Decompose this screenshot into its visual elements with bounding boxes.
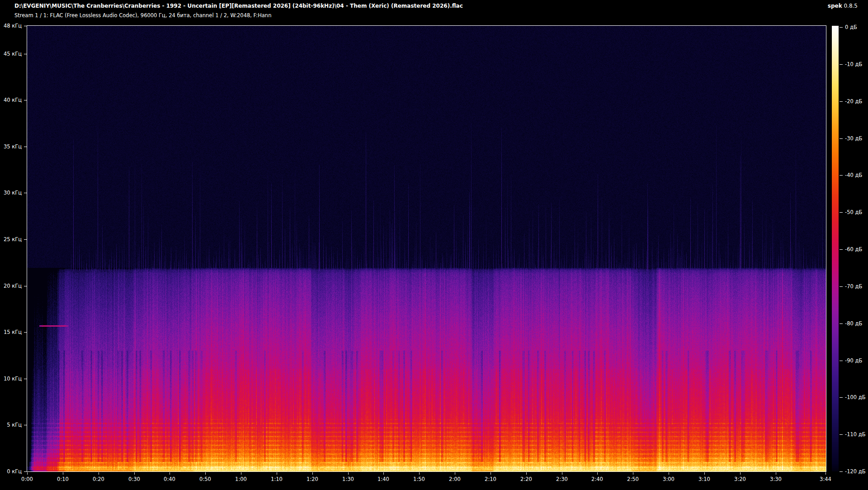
time-tick-label: 3:44 [820,476,831,482]
time-tick-label: 1:00 [235,476,247,482]
time-tick-label: 0:40 [164,476,175,482]
freq-tick-mark [24,239,27,240]
db-tick-mark [840,361,843,361]
time-tick-mark [99,472,99,475]
time-tick-mark [312,472,313,475]
freq-tick-mark [24,471,27,472]
spectrogram-canvas [27,26,826,471]
freq-tick-mark [24,100,27,100]
time-tick-mark [170,472,170,475]
db-tick-mark [840,471,843,472]
db-tick-mark [840,212,843,213]
db-tick-mark [840,249,843,250]
time-tick-mark [419,472,420,475]
time-tick-label: 1:20 [307,476,318,482]
db-tick-mark [840,27,843,28]
time-tick-label: 0:10 [57,476,69,482]
time-tick-mark [383,472,384,475]
time-tick-mark [633,472,633,475]
db-tick-label: -30 дБ [845,135,862,142]
freq-tick-mark [24,147,27,147]
db-tick-mark [840,323,843,324]
freq-tick-label: 40 кГц [0,97,22,103]
time-tick-label: 0:00 [21,476,33,482]
db-tick-mark [840,286,843,287]
freq-tick-label: 15 кГц [0,329,22,335]
time-tick-mark [562,472,562,475]
db-tick-mark [840,64,843,65]
time-tick-label: 2:20 [520,476,532,482]
time-tick-mark [63,472,63,475]
time-tick-mark [597,472,598,475]
time-tick-mark [455,472,455,475]
time-tick-mark [776,472,776,475]
time-tick-label: 2:00 [449,476,461,482]
freq-tick-label: 45 кГц [0,51,22,57]
freq-tick-mark [24,332,27,333]
colorbar-gradient [832,26,839,471]
freq-tick-label: 25 кГц [0,236,22,243]
time-tick-label: 2:50 [627,476,639,482]
time-tick-label: 2:40 [591,476,603,482]
app-version: spek 0.8.5 [828,3,858,9]
time-tick-label: 0:50 [199,476,211,482]
db-tick-label: -50 дБ [845,209,862,215]
time-tick-label: 1:30 [342,476,354,482]
freq-tick-mark [24,379,27,379]
time-tick-mark [241,472,241,475]
freq-tick-mark [24,286,27,286]
freq-tick-mark [24,26,27,26]
time-tick-label: 3:10 [698,476,710,482]
freq-tick-label: 0 кГц [0,468,22,475]
time-tick-label: 1:40 [377,476,389,482]
time-tick-mark [669,472,669,475]
time-tick-label: 3:20 [734,476,746,482]
time-tick-mark [134,472,135,475]
time-tick-mark [491,472,491,475]
time-tick-label: 0:20 [93,476,104,482]
db-tick-label: -60 дБ [845,246,862,252]
time-tick-mark [526,472,527,475]
app-version-number: 0.8.5 [844,3,858,9]
time-tick-mark [704,472,705,475]
spek-window: { "app": { "name": "spek", "version": "0… [0,0,868,490]
db-tick-label: -10 дБ [845,61,862,67]
time-tick-mark [27,472,28,475]
db-tick-mark [840,397,843,398]
db-tick-label: -70 дБ [845,283,862,290]
freq-tick-mark [24,54,27,54]
file-path-title: D:\EVGENIY\MUSIC\The Cranberries\Cranber… [14,3,463,9]
freq-tick-label: 35 кГц [0,143,22,150]
freq-tick-label: 48 кГц [0,23,22,29]
freq-tick-mark [24,425,27,425]
time-tick-label: 0:30 [128,476,140,482]
time-tick-mark [348,472,349,475]
time-tick-label: 3:00 [663,476,675,482]
db-tick-mark [840,101,843,102]
freq-tick-label: 20 кГц [0,283,22,289]
db-tick-label: -20 дБ [845,98,862,105]
time-tick-mark [205,472,206,475]
time-tick-label: 3:30 [770,476,782,482]
freq-tick-label: 5 кГц [0,422,22,428]
time-tick-label: 1:10 [271,476,283,482]
db-tick-mark [840,138,843,139]
time-tick-label: 2:30 [556,476,568,482]
freq-tick-label: 30 кГц [0,190,22,196]
db-tick-label: 0 дБ [845,24,857,30]
db-tick-mark [840,434,843,435]
time-tick-mark [277,472,277,475]
db-tick-label: -90 дБ [845,357,862,364]
freq-tick-mark [24,193,27,193]
time-tick-mark [826,472,826,475]
time-tick-label: 1:50 [413,476,425,482]
stream-info: Stream 1 / 1: FLAC (Free Lossless Audio … [14,12,271,19]
time-tick-mark [740,472,741,475]
db-tick-label: -100 дБ [845,394,866,400]
db-tick-label: -120 дБ [845,468,866,475]
time-tick-label: 2:10 [485,476,496,482]
db-tick-label: -80 дБ [845,320,862,327]
db-tick-label: -110 дБ [845,431,866,438]
freq-tick-label: 10 кГц [0,376,22,382]
db-tick-mark [840,175,843,176]
